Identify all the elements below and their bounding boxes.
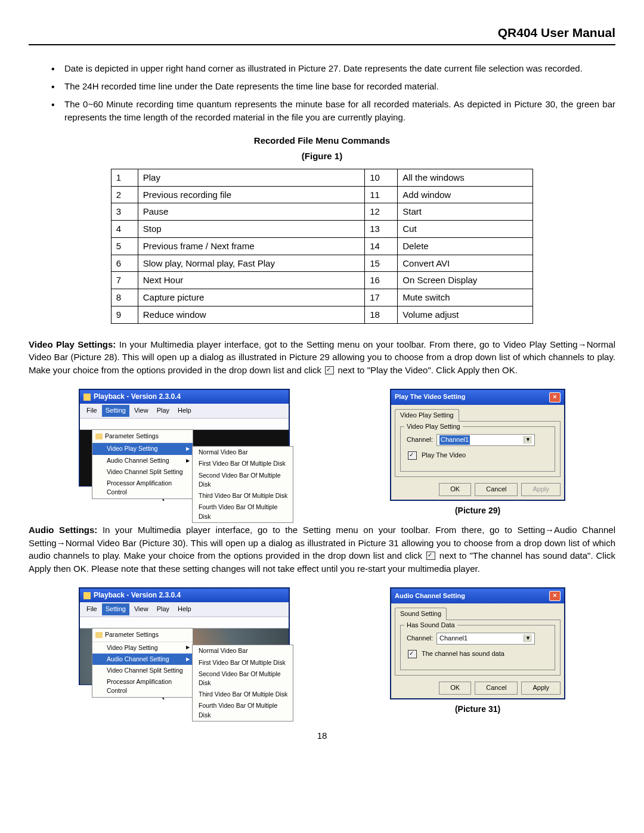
- cancel-button[interactable]: Cancel: [475, 682, 518, 695]
- menu-item[interactable]: Play: [153, 603, 173, 615]
- menu-item[interactable]: Setting: [102, 405, 129, 417]
- menubar: FileSettingViewPlayHelp: [80, 602, 289, 617]
- close-icon[interactable]: ×: [549, 392, 561, 402]
- body-text: In your Multimedia player interface, got…: [29, 339, 615, 376]
- dialog-audio-channel: Audio Channel Setting × Sound Setting Ha…: [390, 587, 565, 699]
- dd-item[interactable]: Processor Amplification Control: [92, 478, 193, 498]
- channel-dropdown[interactable]: Channel1 ▼: [436, 434, 535, 446]
- submenu-item[interactable]: Normal Video Bar: [193, 645, 293, 657]
- chevron-right-icon: ▶: [186, 656, 190, 663]
- cell: 12: [365, 203, 398, 221]
- menu-item[interactable]: View: [131, 405, 152, 417]
- ok-button[interactable]: OK: [439, 682, 471, 695]
- dialog-title: Play The Video Setting: [395, 392, 465, 402]
- dd-submenu: Normal Video BarFirst Video Bar Of Multi…: [192, 645, 293, 721]
- cell: Previous recording file: [138, 186, 365, 203]
- lead-text: Audio Settings:: [29, 525, 97, 535]
- parameter-dropdown: Parameter Settings Video Play Setting▶Au…: [92, 429, 193, 498]
- bullet-item: The 24H recorded time line under the Dat…: [64, 80, 615, 93]
- tab[interactable]: Sound Setting: [395, 608, 447, 620]
- menubar: FileSettingViewPlayHelp: [80, 404, 289, 419]
- dd-item[interactable]: Video Channel Split Setting: [92, 665, 193, 676]
- cell: Reduce window: [138, 306, 365, 323]
- bullet-item: The 0~60 Minute recording time quantum r…: [64, 98, 615, 124]
- menu-item[interactable]: File: [83, 405, 101, 417]
- menu-item[interactable]: Play: [153, 405, 173, 417]
- menu-item[interactable]: Help: [174, 405, 195, 417]
- cell: 2: [111, 186, 138, 203]
- folder-icon: [95, 632, 103, 638]
- dd-item[interactable]: Video Channel Split Setting: [92, 466, 193, 478]
- dd-item[interactable]: Processor Amplification Control: [92, 676, 193, 696]
- dialog-titlebar: Play The Video Setting ×: [391, 390, 564, 405]
- submenu-item[interactable]: Fourth Video Bar Of Multiple Disk: [193, 700, 293, 720]
- table-row: 7Next Hour16On Screen Display: [111, 272, 532, 289]
- chevron-right-icon: ▶: [186, 445, 190, 453]
- submenu-item[interactable]: Normal Video Bar: [193, 447, 293, 458]
- ok-button[interactable]: OK: [439, 483, 471, 496]
- cancel-button[interactable]: Cancel: [475, 483, 518, 496]
- lead-text: Video Play Settings:: [29, 339, 116, 349]
- commands-table: 1Play10All the windows2Previous recordin…: [111, 169, 533, 324]
- dd-item[interactable]: Video Play Setting▶: [92, 642, 193, 654]
- menu-item[interactable]: File: [83, 603, 101, 615]
- dd-item[interactable]: Audio Channel Setting▶: [92, 654, 193, 665]
- cell: 4: [111, 221, 138, 238]
- table-row: 1Play10All the windows: [111, 169, 532, 186]
- checkbox-label: Play The Video: [422, 451, 466, 460]
- submenu-item[interactable]: Second Video Bar Of Multiple Disk: [193, 668, 293, 689]
- submenu-item[interactable]: Fourth Video Bar Of Multiple Disk: [193, 501, 293, 522]
- checkbox-icon[interactable]: [408, 650, 417, 658]
- section-title: Recorded File Menu Commands: [29, 134, 615, 147]
- dd-item[interactable]: Video Play Setting▶: [92, 443, 193, 454]
- cell: 13: [365, 221, 398, 238]
- groupbox-title: Video Play Setting: [404, 422, 463, 432]
- submenu-item[interactable]: Second Video Bar Of Multiple Disk: [193, 470, 293, 490]
- checkbox-icon: [325, 366, 334, 374]
- app-icon: [83, 592, 91, 599]
- channel-dropdown[interactable]: Channel1 ▼: [436, 633, 535, 645]
- apply-button[interactable]: Apply: [521, 682, 561, 695]
- checkbox-icon: [426, 552, 435, 560]
- parameter-dropdown: Parameter Settings Video Play Setting▶Au…: [92, 628, 193, 697]
- chevron-down-icon: ▼: [524, 436, 532, 444]
- page-number: 18: [29, 729, 615, 742]
- dd-head: Parameter Settings: [92, 430, 193, 443]
- close-icon[interactable]: ×: [549, 591, 561, 601]
- submenu-item[interactable]: First Video Bar Of Multiple Disk: [193, 458, 293, 469]
- channel-label: Channel:: [407, 435, 433, 445]
- cell: Start: [398, 203, 533, 221]
- submenu-item[interactable]: Third Video Bar Of Multiple Disk: [193, 490, 293, 501]
- table-row: 2Previous recording file11Add window: [111, 186, 532, 203]
- checkbox-icon[interactable]: [408, 451, 417, 460]
- cell: Play: [138, 169, 365, 186]
- caption: (Picture 31): [455, 703, 500, 715]
- cell: Pause: [138, 203, 365, 221]
- menu-item[interactable]: Setting: [102, 603, 129, 615]
- cell: Capture picture: [138, 289, 365, 306]
- cell: 8: [111, 289, 138, 306]
- cell: Next Hour: [138, 272, 365, 289]
- dialog-title: Audio Channel Setting: [395, 592, 465, 601]
- tail-text: next to "Play the Video". Click Apply th…: [335, 365, 518, 375]
- cell: On Screen Display: [398, 272, 533, 289]
- menu-item[interactable]: View: [131, 603, 152, 615]
- toolbar-strip: [80, 419, 289, 430]
- channel-value: Channel1: [439, 634, 467, 643]
- table-row: 3Pause12Start: [111, 203, 532, 221]
- toolbar-strip: [80, 617, 289, 628]
- chevron-right-icon: ▶: [186, 644, 190, 651]
- cell: 16: [365, 272, 398, 289]
- cell: 10: [365, 169, 398, 186]
- cell: 11: [365, 186, 398, 203]
- window-title: Playback - Version 2.3.0.4: [94, 392, 181, 402]
- cell: 17: [365, 289, 398, 306]
- apply-button[interactable]: Apply: [521, 483, 561, 496]
- dd-item[interactable]: Audio Channel Setting▶: [92, 455, 193, 466]
- submenu-item[interactable]: First Video Bar Of Multiple Disk: [193, 657, 293, 668]
- cell: Convert AVI: [398, 255, 533, 272]
- cell: 15: [365, 255, 398, 272]
- menu-item[interactable]: Help: [174, 603, 195, 615]
- tab[interactable]: Video Play Setting: [395, 409, 459, 422]
- submenu-item[interactable]: Third Video Bar Of Multiple Disk: [193, 689, 293, 700]
